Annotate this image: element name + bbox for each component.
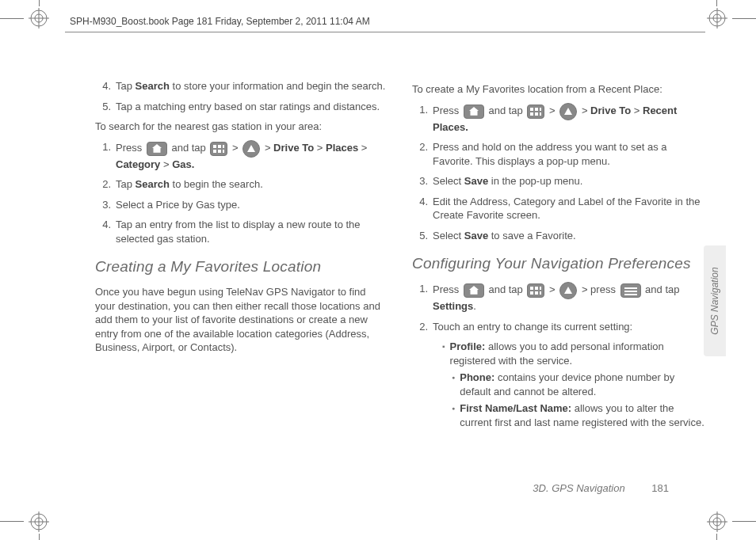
crop-line xyxy=(716,534,717,540)
text: and tap xyxy=(169,142,209,154)
text: and tap xyxy=(486,105,526,116)
reg-mark-bl xyxy=(29,511,49,532)
page-number: 181 xyxy=(651,482,669,494)
menu-icon xyxy=(620,283,641,298)
list-item: 2.Press and hold on the address you want… xyxy=(412,140,705,168)
heading-favorites: Creating a My Favorites Location xyxy=(95,257,388,277)
crop-line xyxy=(0,18,24,19)
text: > xyxy=(229,142,241,154)
reg-mark-br xyxy=(707,511,727,532)
crop-line xyxy=(716,0,717,6)
text: Press xyxy=(433,105,462,116)
home-icon xyxy=(464,105,484,119)
list-item: 5.Tap a matching entry based on star rat… xyxy=(95,100,388,114)
list-item: Profile: allows you to add personal info… xyxy=(442,340,705,367)
reg-mark-tr xyxy=(707,8,727,29)
list-item: Phone: contains your device phone number… xyxy=(452,371,705,398)
list-item: 3.Select Save in the pop-up menu. xyxy=(412,174,705,188)
left-column: 4.Tap Search to store your information a… xyxy=(95,79,388,492)
crop-line xyxy=(0,521,24,522)
nav-arrow-icon xyxy=(242,140,260,158)
list-item: 2.Tap Search to begin the search. xyxy=(95,177,388,192)
apps-grid-icon xyxy=(210,142,227,156)
list-item: 4.Tap an entry from the list to display … xyxy=(95,218,388,245)
list-item: 1. Press and tap > > Drive To > Recent P… xyxy=(412,103,705,135)
page-body: 4.Tap Search to store your information a… xyxy=(95,79,705,492)
crop-line xyxy=(39,0,40,6)
text: and tap xyxy=(486,283,526,295)
list-item: 3.Select a Price by Gas type. xyxy=(95,198,388,212)
text: > xyxy=(546,283,558,295)
apps-grid-icon xyxy=(527,283,544,298)
footer-section: 3D. GPS Navigation xyxy=(533,482,624,494)
paragraph: To search for the nearest gas station in… xyxy=(95,120,388,134)
text: Press xyxy=(433,283,462,295)
right-column: To create a My Favorites location from a… xyxy=(412,79,705,492)
text: > xyxy=(546,105,558,116)
nav-arrow-icon xyxy=(559,282,577,299)
crop-line xyxy=(732,521,756,522)
text: Press xyxy=(116,142,145,154)
list-item: 1. Press and tap > > Drive To > Places >… xyxy=(95,140,388,172)
list-item: 1. Press and tap > > press and tap Setti… xyxy=(412,282,705,314)
crop-line xyxy=(732,18,756,19)
page-footer: 3D. GPS Navigation 181 xyxy=(533,482,669,494)
paragraph: Once you have begun using TeleNav GPS Na… xyxy=(95,285,388,355)
running-header: SPH-M930_Boost.book Page 181 Friday, Sep… xyxy=(70,16,370,27)
section-tab: GPS Navigation xyxy=(704,245,726,356)
header-rule xyxy=(65,32,705,32)
list-item: 2.Touch an entry to change its current s… xyxy=(412,320,705,334)
list-item: 4.Edit the Address, Category and Label o… xyxy=(412,195,705,222)
list-item: 5.Select Save to save a Favorite. xyxy=(412,229,705,243)
home-icon xyxy=(147,142,167,156)
apps-grid-icon xyxy=(527,105,544,119)
home-icon xyxy=(464,283,484,298)
reg-mark-tl xyxy=(29,8,49,29)
crop-line xyxy=(39,534,40,540)
list-item: First Name/Last Name: allows you to alte… xyxy=(452,401,705,429)
text: > press xyxy=(578,283,618,295)
list-item: 4.Tap Search to store your information a… xyxy=(95,79,388,93)
nav-arrow-icon xyxy=(559,103,577,120)
paragraph: To create a My Favorites location from a… xyxy=(412,82,705,97)
heading-config: Configuring Your Navigation Preferences xyxy=(412,253,705,274)
